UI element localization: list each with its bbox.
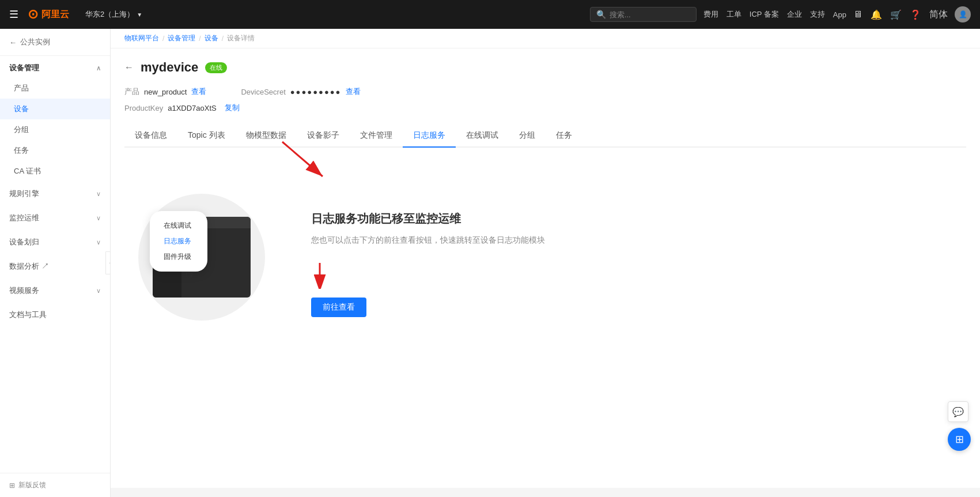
productkey-copy-btn[interactable]: 复制 — [225, 103, 240, 113]
sidebar-group-label-video: 视频服务 — [9, 285, 39, 296]
sidebar-group-label-device-mgmt: 设备管理 — [9, 63, 39, 73]
nav-link-support[interactable]: 支持 — [810, 9, 825, 20]
sidebar-item-label-devices: 设备 — [14, 104, 29, 114]
search-input[interactable] — [610, 10, 690, 19]
chevron-down-icon-rules: ∨ — [96, 190, 101, 198]
go-button[interactable]: 前往查看 — [311, 298, 366, 317]
sidebar-group-label-provision: 设备划归 — [9, 237, 39, 247]
nav-link-app[interactable]: App — [833, 10, 846, 19]
sidebar-collapse-btn[interactable]: < — [105, 251, 111, 274]
annotation-popup: 在线调试 日志服务 固件升级 ☞ — [150, 211, 207, 272]
region-arrow-icon: ▼ — [137, 12, 142, 18]
chevron-down-icon-provision: ∨ — [96, 239, 101, 246]
product-view-link[interactable]: 查看 — [191, 86, 206, 97]
search-icon: 🔍 — [596, 10, 606, 19]
sidebar-group-provision[interactable]: 设备划归 ∨ — [0, 230, 110, 254]
sidebar-item-devices[interactable]: 设备 — [0, 99, 110, 119]
feedback-icon: ⊞ — [9, 481, 15, 490]
page-title-row: ← mydevice 在线 — [124, 60, 966, 75]
main-layout: ← 公共实例 设备管理 ∧ 产品 设备 分组 任务 CA 证书 — [0, 29, 980, 497]
page-title: mydevice — [141, 60, 198, 75]
sidebar-item-label-ca: CA 证书 — [14, 166, 41, 176]
tab-online-debug[interactable]: 在线调试 — [456, 125, 509, 148]
info-productkey: ProductKey a1XDD7aoXtS 复制 — [124, 103, 240, 113]
devicesecret-dots: ●●●●●●●●● — [290, 88, 342, 96]
annotation-item-online-debug[interactable]: 在线调试 — [159, 218, 198, 234]
sidebar-item-label-tasks: 任务 — [14, 145, 29, 156]
nav-icons: 🖥 🔔 🛒 ❓ 简体 — [853, 9, 948, 21]
red-arrow-down-area — [311, 260, 952, 291]
hamburger-icon[interactable]: ☰ — [9, 8, 18, 21]
nav-link-icp[interactable]: ICP 备案 — [750, 9, 779, 20]
logo-icon: ⊙ — [28, 7, 38, 22]
breadcrumb-iot[interactable]: 物联网平台 — [124, 33, 159, 43]
breadcrumb: 物联网平台 / 设备管理 / 设备 / 设备详情 — [111, 29, 980, 48]
annotation-item-firmware[interactable]: 固件升级 — [159, 249, 198, 265]
tab-topic-list[interactable]: Topic 列表 — [177, 125, 236, 148]
devicesecret-view-link[interactable]: 查看 — [346, 86, 361, 97]
sidebar-item-data-analysis[interactable]: 数据分析 ↗ — [0, 254, 110, 278]
sidebar-back-btn[interactable]: ← 公共实例 — [0, 29, 110, 56]
sidebar-group-device-mgmt: 设备管理 ∧ 产品 设备 分组 任务 CA 证书 — [0, 56, 110, 182]
collapse-icon: < — [109, 260, 111, 266]
device-info: 产品 new_product 查看 DeviceSecret ●●●●●●●●●… — [124, 86, 966, 97]
tab-content-log: 在线调试 日志服务 固件升级 ☞ — [124, 148, 966, 355]
sidebar-group-header-device-mgmt[interactable]: 设备管理 ∧ — [0, 56, 110, 78]
breadcrumb-current: 设备详情 — [227, 33, 255, 43]
sidebar-item-groups[interactable]: 分组 — [0, 119, 110, 140]
nav-links: 费用 工单 ICP 备案 企业 支持 App — [703, 9, 846, 20]
help-icon[interactable]: ❓ — [910, 9, 921, 20]
back-icon: ← — [9, 38, 17, 47]
sidebar-item-docs[interactable]: 文档与工具 — [0, 303, 110, 327]
sidebar-item-label-groups: 分组 — [14, 125, 29, 135]
info-product: 产品 new_product 查看 — [124, 86, 206, 97]
chevron-down-icon-video: ∨ — [96, 287, 101, 295]
breadcrumb-device-mgmt[interactable]: 设备管理 — [168, 33, 195, 43]
sidebar: ← 公共实例 设备管理 ∧ 产品 设备 分组 任务 CA 证书 — [0, 29, 111, 497]
nav-link-fees[interactable]: 费用 — [703, 9, 718, 20]
sidebar-feedback-btn[interactable]: ⊞ 新版反馈 — [0, 473, 110, 497]
bell-icon[interactable]: 🔔 — [871, 9, 882, 20]
region-label: 华东2（上海） — [85, 9, 134, 20]
sidebar-item-tasks[interactable]: 任务 — [0, 140, 110, 161]
display-icon[interactable]: 🖥 — [853, 9, 862, 20]
page-back-btn[interactable]: ← — [124, 62, 134, 73]
tab-group[interactable]: 分组 — [509, 125, 546, 148]
sidebar-group-monitor[interactable]: 监控运维 ∨ — [0, 206, 110, 230]
sidebar-item-label-products: 产品 — [14, 83, 29, 93]
chevron-up-icon: ∧ — [96, 65, 101, 72]
sidebar-item-label-data-analysis: 数据分析 ↗ — [9, 261, 49, 272]
sidebar-item-label-docs: 文档与工具 — [9, 310, 47, 320]
cart-icon[interactable]: 🛒 — [890, 9, 902, 20]
main-content: 物联网平台 / 设备管理 / 设备 / 设备详情 ← mydevice 在线 产… — [111, 29, 980, 497]
chat-icon: 💬 — [952, 406, 964, 417]
search-box: 🔍 — [590, 7, 697, 22]
sidebar-group-label-monitor: 监控运维 — [9, 213, 39, 223]
sidebar-group-rules[interactable]: 规则引擎 ∨ — [0, 182, 110, 206]
sidebar-item-products[interactable]: 产品 — [0, 78, 110, 99]
float-chat-btn[interactable]: 💬 — [948, 401, 968, 422]
tab-task[interactable]: 任务 — [546, 125, 582, 148]
sidebar-group-video[interactable]: 视频服务 ∨ — [0, 278, 110, 303]
lang-switcher[interactable]: 简体 — [929, 9, 948, 21]
status-badge: 在线 — [205, 62, 227, 73]
content-area: ← mydevice 在线 产品 new_product 查看 DeviceSe… — [111, 48, 980, 488]
productkey-label: ProductKey — [124, 104, 163, 112]
float-qr-btn[interactable]: ⊞ — [948, 428, 971, 451]
floating-actions: 💬 ⊞ — [948, 401, 971, 451]
tab-log-service[interactable]: 日志服务 — [403, 125, 456, 148]
logo: ⊙ 阿里云 — [28, 7, 69, 22]
region-selector[interactable]: 华东2（上海） ▼ — [85, 9, 142, 20]
product-value: new_product — [144, 88, 187, 96]
productkey-value: a1XDD7aoXtS — [168, 104, 217, 112]
cursor-icon: ☞ — [184, 268, 197, 283]
nav-link-ticket[interactable]: 工单 — [727, 9, 741, 20]
svg-line-1 — [282, 142, 323, 176]
annotation-item-log-service[interactable]: 日志服务 — [159, 234, 198, 249]
breadcrumb-devices[interactable]: 设备 — [205, 33, 218, 43]
tab-device-info[interactable]: 设备信息 — [124, 125, 177, 148]
sidebar-item-ca[interactable]: CA 证书 — [0, 161, 110, 182]
user-avatar[interactable]: 👤 — [955, 6, 971, 22]
tab-file-mgmt[interactable]: 文件管理 — [350, 125, 403, 148]
nav-link-enterprise[interactable]: 企业 — [787, 9, 802, 20]
